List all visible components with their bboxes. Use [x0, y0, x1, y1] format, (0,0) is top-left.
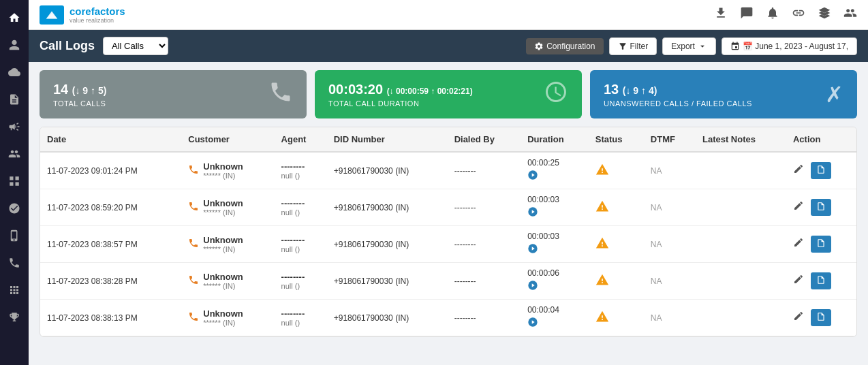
customer-name: Unknown: [203, 198, 243, 208]
sidebar: [0, 0, 29, 365]
col-duration: Duration: [521, 127, 589, 152]
cell-did: +918061790030 (IN): [327, 300, 448, 336]
people-icon[interactable]: [843, 6, 857, 23]
col-agent: Agent: [275, 127, 327, 152]
sidebar-item-trophy[interactable]: [2, 305, 27, 330]
layers-icon[interactable]: [818, 6, 831, 23]
sidebar-item-cloud[interactable]: [2, 60, 27, 84]
cell-notes: [696, 263, 786, 300]
sidebar-item-apps[interactable]: [2, 278, 27, 302]
sidebar-item-document[interactable]: [2, 87, 27, 112]
action-button[interactable]: [811, 309, 831, 326]
download-icon[interactable]: [714, 6, 728, 23]
play-button[interactable]: [527, 244, 538, 256]
action-button[interactable]: [811, 236, 831, 253]
cell-did: +918061790030 (IN): [327, 226, 448, 263]
edit-icon[interactable]: [793, 276, 807, 287]
cell-action: [786, 300, 856, 336]
cell-dialed-by: --------: [448, 263, 521, 300]
sidebar-item-user[interactable]: [2, 33, 27, 57]
total-duration-label: TOTAL CALL DURATION: [328, 99, 473, 108]
edit-icon[interactable]: [793, 165, 807, 176]
customer-sub: ****** (IN): [203, 208, 243, 217]
cell-duration: 00:00:06: [521, 263, 589, 300]
unanswered-label: UNANSWERED CALLS / FAILED CALLS: [604, 99, 752, 108]
calls-type-dropdown[interactable]: All Calls Inbound Outbound: [103, 37, 168, 55]
page-area: Call Logs All Calls Inbound Outbound Con…: [29, 30, 868, 365]
customer-name: Unknown: [203, 235, 243, 245]
play-button[interactable]: [527, 171, 538, 182]
col-dtmf: DTMF: [644, 127, 696, 152]
page-header-right: Configuration Filter Export 📅 June 1, 20…: [526, 37, 857, 55]
edit-icon[interactable]: [793, 239, 807, 250]
col-action: Action: [786, 127, 856, 152]
play-button[interactable]: [527, 281, 538, 293]
cell-dialed-by: --------: [448, 226, 521, 263]
link-icon[interactable]: [792, 6, 805, 23]
logo-name: corefactors: [69, 5, 125, 17]
chat-icon[interactable]: [740, 6, 754, 23]
table-row: 11-07-2023 08:59:20 PM Unknown ****** (I…: [40, 189, 856, 226]
date-range-label: 📅 June 1, 2023 - August 17,: [743, 42, 848, 51]
action-button[interactable]: [811, 162, 831, 179]
filter-button[interactable]: Filter: [609, 37, 657, 55]
col-notes: Latest Notes: [696, 127, 786, 152]
play-button[interactable]: [527, 208, 538, 219]
sidebar-item-grid[interactable]: [2, 169, 27, 193]
total-calls-arrows: (↓ 9 ↑ 5): [72, 85, 107, 96]
cell-notes: [696, 152, 786, 189]
cell-notes: [696, 300, 786, 336]
customer-name: Unknown: [203, 308, 243, 319]
export-label: Export: [671, 42, 695, 51]
sidebar-item-home[interactable]: [2, 5, 27, 30]
incoming-call-icon: [188, 201, 199, 214]
page-header: Call Logs All Calls Inbound Outbound Con…: [29, 30, 868, 62]
customer-sub: ****** (IN): [203, 172, 243, 180]
page-header-left: Call Logs All Calls Inbound Outbound: [40, 37, 168, 55]
logo-text-area: corefactors value realization: [69, 5, 125, 24]
col-dialed-by: Dialed By: [448, 127, 521, 152]
stat-total-calls: 14 (↓ 9 ↑ 5) TOTAL CALLS: [40, 70, 307, 118]
warning-status-icon: [595, 167, 609, 178]
edit-icon[interactable]: [793, 202, 807, 213]
cell-did: +918061790030 (IN): [327, 189, 448, 226]
unanswered-icon: ✗: [825, 82, 843, 108]
sidebar-item-megaphone[interactable]: [2, 114, 27, 139]
customer-sub: ****** (IN): [203, 282, 243, 290]
action-button[interactable]: [811, 199, 831, 216]
cell-dtmf: NA: [644, 300, 696, 336]
bell-icon[interactable]: [766, 6, 779, 23]
configuration-button[interactable]: Configuration: [526, 38, 603, 54]
col-status: Status: [589, 127, 644, 152]
sidebar-item-rocket[interactable]: [2, 196, 27, 221]
date-range-button[interactable]: 📅 June 1, 2023 - August 17,: [722, 37, 857, 55]
cell-action: [786, 189, 856, 226]
sidebar-item-mobile[interactable]: [2, 223, 27, 248]
main-area: corefactors value realization: [29, 0, 868, 365]
edit-icon[interactable]: [793, 313, 807, 323]
action-button[interactable]: [811, 272, 831, 289]
cell-action: [786, 152, 856, 189]
col-date: Date: [40, 127, 181, 152]
warning-status-icon: [595, 314, 609, 326]
logo-area: corefactors value realization: [40, 5, 125, 25]
cell-dtmf: NA: [644, 263, 696, 300]
cell-agent: -------- null (): [275, 226, 327, 263]
sidebar-item-group[interactable]: [2, 142, 27, 166]
cell-status: [589, 189, 644, 226]
cell-dialed-by: --------: [448, 189, 521, 226]
stat-unanswered: 13 (↓ 9 ↑ 4) UNANSWERED CALLS / FAILED C…: [590, 70, 857, 118]
cell-status: [589, 226, 644, 263]
stats-row: 14 (↓ 9 ↑ 5) TOTAL CALLS 00:03:20 (↓ 00:…: [40, 70, 857, 118]
call-logs-table-container: Date Customer Agent DID Number Dialed By…: [40, 127, 857, 337]
cell-agent: -------- null (): [275, 189, 327, 226]
cell-duration: 00:00:03: [521, 226, 589, 263]
play-button[interactable]: [527, 318, 538, 330]
topnav: corefactors value realization: [29, 0, 868, 30]
sidebar-item-phone[interactable]: [2, 251, 27, 275]
cell-duration: 00:00:04: [521, 300, 589, 336]
cell-status: [589, 300, 644, 336]
export-button[interactable]: Export: [662, 37, 716, 55]
cell-status: [589, 263, 644, 300]
table-row: 11-07-2023 09:01:24 PM Unknown ****** (I…: [40, 152, 856, 189]
